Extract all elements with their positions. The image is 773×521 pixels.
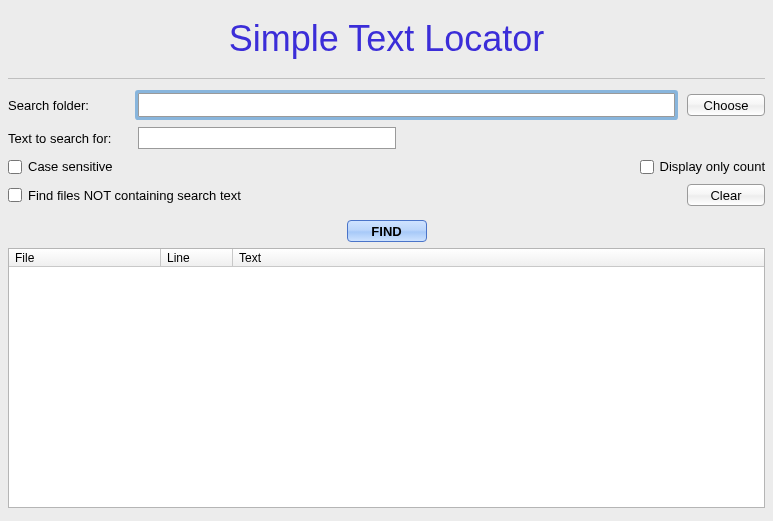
- find-button[interactable]: FIND: [347, 220, 427, 242]
- find-not-containing-checkbox[interactable]: [8, 188, 22, 202]
- app-title: Simple Text Locator: [8, 18, 765, 60]
- column-header-line[interactable]: Line: [161, 249, 233, 266]
- column-header-text[interactable]: Text: [233, 249, 764, 266]
- case-sensitive-checkbox[interactable]: [8, 160, 22, 174]
- find-not-containing-option[interactable]: Find files NOT containing search text: [8, 188, 241, 203]
- search-folder-input[interactable]: [138, 93, 675, 117]
- case-sensitive-option[interactable]: Case sensitive: [8, 159, 113, 174]
- display-only-count-label: Display only count: [660, 159, 766, 174]
- display-only-count-option[interactable]: Display only count: [640, 159, 766, 174]
- results-header: File Line Text: [9, 249, 764, 267]
- display-only-count-checkbox[interactable]: [640, 160, 654, 174]
- clear-button[interactable]: Clear: [687, 184, 765, 206]
- text-to-search-label: Text to search for:: [8, 131, 138, 146]
- case-sensitive-label: Case sensitive: [28, 159, 113, 174]
- column-header-file[interactable]: File: [9, 249, 161, 266]
- choose-button[interactable]: Choose: [687, 94, 765, 116]
- divider: [8, 78, 765, 79]
- text-to-search-input[interactable]: [138, 127, 396, 149]
- search-folder-label: Search folder:: [8, 98, 138, 113]
- find-not-containing-label: Find files NOT containing search text: [28, 188, 241, 203]
- results-table: File Line Text: [8, 248, 765, 508]
